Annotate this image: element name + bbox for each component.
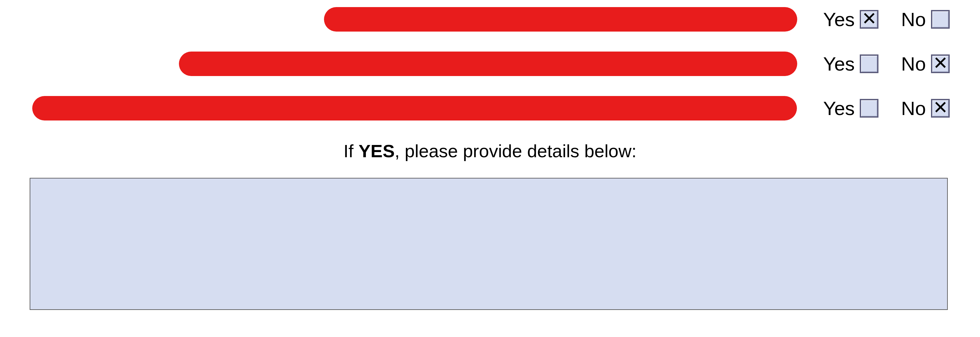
no-label-1: No	[901, 8, 926, 30]
yes-label-1: Yes	[823, 8, 854, 30]
instruction-bold: YES	[358, 141, 395, 161]
form-page: Yes ✕ No Yes No ✕ Yes	[0, 0, 980, 337]
yes-label-2: Yes	[823, 53, 854, 75]
details-textarea[interactable]	[30, 178, 948, 310]
instruction-prefix: If	[344, 141, 359, 161]
no-label-2: No	[901, 53, 926, 75]
yes-checkbox-3[interactable]	[860, 99, 878, 118]
answer-group-3: Yes No ✕	[823, 97, 950, 119]
redacted-question-3	[32, 96, 797, 121]
question-row-1: Yes ✕ No	[0, 0, 980, 42]
x-mark-icon: ✕	[933, 99, 948, 117]
yes-label-3: Yes	[823, 97, 854, 119]
no-label-3: No	[901, 97, 926, 119]
x-mark-icon: ✕	[933, 54, 948, 72]
yes-checkbox-1[interactable]: ✕	[860, 10, 878, 29]
answer-group-2: Yes No ✕	[823, 53, 950, 75]
x-mark-icon: ✕	[862, 10, 877, 28]
no-checkbox-2[interactable]: ✕	[931, 54, 950, 73]
answer-group-1: Yes ✕ No	[823, 8, 950, 30]
redacted-question-2	[179, 52, 797, 76]
no-checkbox-3[interactable]: ✕	[931, 99, 950, 118]
question-row-3: Yes No ✕	[0, 86, 980, 131]
instruction-text: If YES, please provide details below:	[0, 140, 980, 161]
yes-checkbox-2[interactable]	[860, 54, 878, 73]
no-checkbox-1[interactable]	[931, 10, 950, 29]
redacted-question-1	[324, 7, 797, 32]
question-row-2: Yes No ✕	[0, 41, 980, 86]
instruction-suffix: , please provide details below:	[395, 141, 636, 161]
